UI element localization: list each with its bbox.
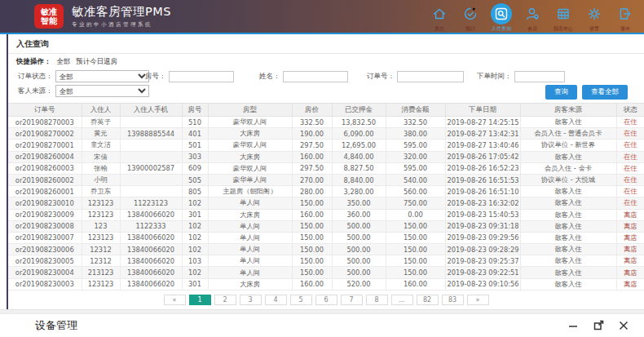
cell-order-no: or201908230006 [8,244,82,255]
pagination-page-83[interactable]: 83 [442,295,464,305]
nav-item-checkin-search[interactable]: 入住查询 [486,1,517,33]
member-icon [522,3,543,24]
cell-guest-source: 会员入住 - 金卡 [520,162,616,174]
cell-order-date: 2019-08-27 13:40:46 [445,140,520,151]
cell-room-price: 150.00 [292,267,332,278]
view-all-button[interactable]: 查看全部 [582,85,628,100]
column-header-room-price: 房价 [292,104,332,117]
cell-consumption: 332.50 [386,117,445,128]
table-row[interactable]: or201908270003乔英子510豪华双人间332.5013,832.50… [8,117,644,128]
pagination-next[interactable]: » [467,295,489,305]
cell-deposit: 500.00 [332,244,386,255]
cell-deposit: 360.00 [332,209,386,220]
cell-deposit: 13,832.50 [332,117,386,128]
cell-order-date: 2019-08-23 09:22:51 [445,267,520,278]
quick-ops-label: 快捷操作： [16,57,51,65]
cell-room-type: 单人间 [208,220,292,232]
cell-order-date: 2019-08-26 16:52:23 [445,162,520,174]
order-status-label: 订单状态： [18,72,53,82]
cell-guest-phone: 13840066020 [120,278,182,290]
search-button[interactable]: 查询 [545,85,577,100]
table-row[interactable]: or201908260001乔卫东805主题房（朝阳阁）280.003,280.… [8,186,644,197]
nav-label: 入住查询 [492,24,511,32]
table-row[interactable]: or2019082300061231213840066020102单人间150.… [8,244,644,255]
cell-room-no: 102 [182,244,208,255]
order-no-input[interactable] [397,71,464,82]
table-row[interactable]: or201908260004宋倩303大床房160.004,840.00320.… [8,151,644,162]
pagination-page-7[interactable]: 7 [341,295,363,305]
cell-order-no: or201908230003 [8,278,82,290]
cell-order-date: 2019-08-23 16:32:02 [445,197,520,209]
table-row[interactable]: or20190823000421312313840066020102单人间150… [8,267,644,278]
nav-label: 退出 [620,24,630,32]
cell-consumption: 540.00 [386,174,445,185]
nav-item-booking[interactable]: 预订 [455,1,486,33]
table-row[interactable]: or201908270002黄元13988885544401大床房190.006… [8,128,644,140]
nav-item-home[interactable]: 房态 [424,1,455,33]
cell-status: 离店 [616,244,644,255]
cell-guest-name: 123123 [82,278,120,290]
table-row[interactable]: or201908260003张翰13900002587609豪华双人间297.5… [8,162,644,174]
cell-order-no: or201908260002 [8,174,82,185]
pagination-page-4[interactable]: 4 [265,295,287,305]
cell-order-date: 2019-08-26 16:51:53 [445,174,520,185]
quick-link[interactable]: 预计今日退房 [76,57,117,65]
cell-room-no: 609 [182,162,208,174]
table-row[interactable]: or20190823001012312311223123102单人间150.00… [8,197,644,209]
cell-room-price: 297.50 [292,162,332,174]
pagination-page-1[interactable]: 1 [189,295,211,305]
minimize-icon[interactable] [567,320,579,331]
column-header-deposit: 已交押金 [332,104,386,117]
table-row[interactable]: or2019082300051231213840066020103单人间150.… [8,255,644,267]
pagination-page-6[interactable]: 6 [315,295,337,305]
room-no-input[interactable] [169,71,234,82]
quick-link[interactable]: 全部 [56,57,70,65]
order-status-select[interactable]: 全部 [55,70,149,82]
cell-guest-phone: 13840066020 [120,232,182,243]
order-time-input[interactable] [514,71,565,82]
cell-guest-name: 乔卫东 [82,186,120,197]
pagination-page-5[interactable]: 5 [290,295,312,305]
room-no-label: 房号： [145,72,166,82]
cell-guest-source: 散客入住 [520,197,616,209]
nav-item-logout[interactable]: 退出 [610,1,641,33]
cell-room-type: 单人间 [208,197,292,209]
cell-room-no: 102 [182,220,208,232]
table-row[interactable]: or2019082300081231122333102单人间150.00500.… [8,220,644,232]
cell-room-type: 大床房 [208,209,292,220]
nav-item-member[interactable]: 会员 [517,1,548,33]
nav-item-report[interactable]: 报表中心 [548,1,579,33]
column-header-guest-source: 房客来源 [520,104,616,117]
table-row[interactable]: or201908260002小明505豪华单人间270.008,840.0054… [8,174,644,185]
cell-guest-name: 宋倩 [82,151,120,162]
cell-deposit: 6,090.00 [332,128,386,140]
cell-order-no: or201908230007 [8,232,82,243]
pagination-page-82[interactable]: 82 [417,295,439,305]
settings-icon [584,3,605,24]
cell-guest-phone: 13840066020 [120,255,182,267]
table-row[interactable]: or201908270001童文洁501豪华双人间297.5012,695.00… [8,140,644,151]
restore-icon[interactable] [593,320,604,331]
page-title: 入住查询 [8,34,644,54]
table-row[interactable]: or20190823000712312313840066020102单人间150… [8,232,644,243]
nav-label: 房态 [434,24,444,32]
table-row[interactable]: or20190823000312312313840066020301大床房160… [8,278,644,290]
pagination-ellipsis[interactable]: ... [391,295,413,305]
table-row[interactable]: or20190823000912312313840066020301大床房160… [8,209,644,220]
pagination-prev[interactable]: « [164,295,186,305]
nav-item-settings[interactable]: 设置 [579,1,610,33]
cell-deposit: 500.00 [332,220,386,232]
app-header: 敏准 智能 敏准客房管理PMS 专业的中小酒店管理系统 房态预订入住查询会员报表… [0,0,644,34]
close-icon[interactable] [618,320,629,331]
cell-guest-phone: 13900002587 [120,162,182,174]
cell-guest-name: 小明 [82,174,120,185]
guest-name-input[interactable] [283,71,348,82]
cell-guest-name: 乔英子 [82,117,120,128]
cell-guest-name: 123123 [82,209,120,220]
guest-source-select[interactable]: 全部 [55,85,149,97]
pagination-page-3[interactable]: 3 [240,295,262,305]
quick-ops-row: 快捷操作： 全部预计今日退房 [8,54,644,68]
pagination-page-8[interactable]: 8 [366,295,388,305]
cell-order-no: or201908230008 [8,220,82,232]
pagination-page-2[interactable]: 2 [214,295,236,305]
